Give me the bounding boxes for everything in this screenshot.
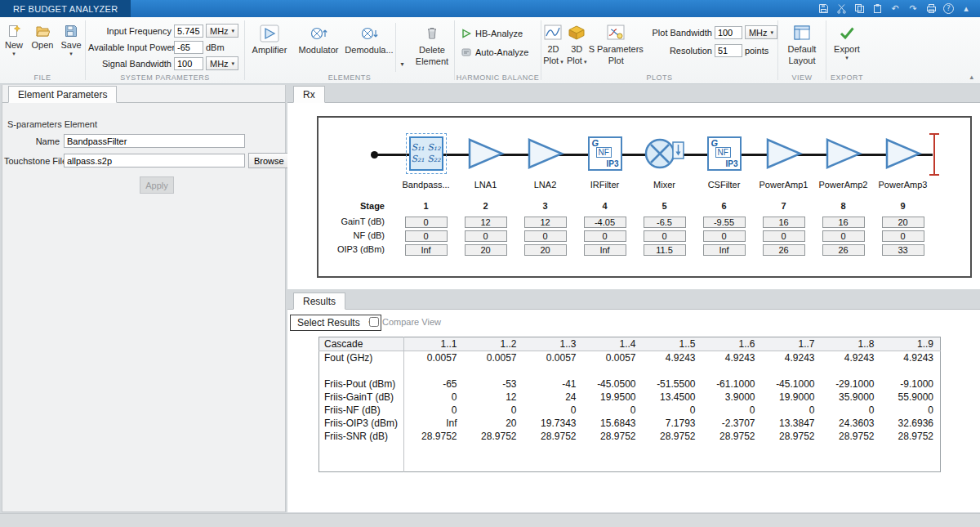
chain-element-poweramp2[interactable]: PowerAmp2 (813, 118, 873, 199)
chain-element-poweramp1[interactable]: PowerAmp1 (754, 118, 813, 199)
param-value-field[interactable]: Inf (584, 244, 626, 256)
sparams-block-icon[interactable]: S₁₁ S₁₂S₂₁ S₂₂ (409, 136, 443, 171)
open-button[interactable]: Open (29, 23, 56, 57)
apply-button[interactable]: Apply (140, 176, 174, 194)
param-value-field[interactable]: 0 (405, 217, 448, 228)
param-value-field[interactable]: 0 (882, 230, 924, 242)
resolution-field[interactable] (715, 44, 742, 57)
stage-number: 8 (813, 201, 873, 211)
amplifier-block-icon[interactable] (765, 137, 803, 170)
param-value-field[interactable]: -4.05 (584, 217, 626, 228)
param-value-field[interactable]: 0 (465, 230, 507, 242)
chain-element-lna1[interactable]: LNA1 (456, 118, 515, 199)
save-button[interactable]: Save ▾ (58, 23, 84, 57)
filter-block-icon[interactable]: GNFIP3 (707, 136, 742, 171)
param-value-field[interactable]: 26 (763, 244, 805, 256)
param-value-field[interactable]: 0 (644, 230, 686, 242)
param-value-field[interactable]: 20 (465, 244, 507, 256)
auto-analyze-button[interactable]: Auto-Analyze (461, 47, 541, 57)
param-value-field[interactable]: 0 (822, 230, 865, 242)
s-parameters-plot-button[interactable]: S Parameters Plot (589, 22, 644, 65)
caret-down-icon: ▾ (560, 59, 564, 65)
help-icon[interactable]: ? (943, 3, 954, 14)
save-icon[interactable] (817, 3, 829, 15)
param-value-field[interactable]: 0 (405, 230, 448, 242)
results-column-header: 1..9 (881, 337, 941, 351)
paste-icon[interactable] (871, 3, 883, 15)
input-frequency-unit-dropdown[interactable]: MHz▾ (206, 24, 238, 38)
redo-icon[interactable]: ↷ (907, 3, 919, 15)
export-button[interactable]: Export ▾ (828, 22, 866, 61)
plot-2d-button[interactable]: 2D Plot▾ (541, 22, 565, 65)
param-value-field[interactable]: 0 (703, 230, 746, 242)
param-value-field[interactable]: Inf (405, 244, 448, 256)
cut-icon[interactable] (835, 3, 847, 15)
chain-element-irfilter[interactable]: GNFIP3IRFilter (575, 118, 635, 199)
amplifier-block-icon[interactable] (825, 137, 862, 170)
mixer-block-icon[interactable] (643, 135, 687, 172)
amplifier-block-icon[interactable] (467, 137, 505, 170)
default-layout-button[interactable]: Default Layout (781, 22, 823, 65)
hb-analyze-button[interactable]: HB-Analyze (461, 29, 541, 38)
param-value-field[interactable]: 16 (822, 217, 865, 228)
amplifier-block-icon[interactable] (527, 137, 564, 170)
param-value-field[interactable]: Inf (703, 244, 746, 256)
collapse-ribbon-icon[interactable]: ▴ (969, 73, 973, 81)
amplifier-button[interactable]: Amplifier (245, 23, 294, 56)
new-button[interactable]: New ▾ (1, 23, 27, 57)
plot-bandwidth-field[interactable] (715, 26, 742, 39)
results-value-cell: 13.3847 (762, 417, 822, 430)
select-results-dropdown[interactable]: Select Results ▼ (290, 315, 381, 331)
signal-bandwidth-field[interactable] (174, 57, 203, 70)
undo-icon[interactable]: ↶ (889, 3, 901, 15)
signal-bandwidth-unit-dropdown[interactable]: MHz▾ (206, 56, 238, 70)
param-value-field[interactable]: 0 (524, 230, 567, 242)
app-title-tab[interactable]: RF BUDGET ANALYZER (0, 0, 131, 17)
delete-element-button[interactable]: Delete Element (412, 23, 452, 66)
param-value-field[interactable]: 0 (584, 230, 626, 242)
param-value-field[interactable]: 16 (763, 217, 805, 228)
plot-3d-button[interactable]: 3D Plot▾ (565, 22, 589, 65)
param-value-field[interactable]: 0 (763, 230, 805, 242)
chain-element-bandpass[interactable]: S₁₁ S₁₂S₂₁ S₂₂Bandpass... (396, 118, 456, 199)
compare-view-checkbox[interactable] (369, 317, 379, 327)
param-value-field[interactable]: 12 (465, 217, 507, 228)
param-value-field[interactable]: 33 (882, 244, 924, 256)
browse-button[interactable]: Browse (248, 153, 290, 168)
plot-bandwidth-unit-dropdown[interactable]: MHz▾ (745, 25, 777, 39)
stage-number: 1 (396, 201, 456, 211)
param-value-field[interactable]: 20 (882, 217, 924, 228)
stage-number: 2 (456, 201, 515, 211)
param-value-field[interactable]: 20 (524, 244, 567, 256)
param-value-field[interactable]: -6.5 (644, 217, 686, 228)
available-input-power-field[interactable] (174, 41, 203, 54)
chain-element-lna2[interactable]: LNA2 (515, 118, 575, 199)
tab-results[interactable]: Results (293, 293, 345, 310)
results-value-cell: 0.0057 (404, 351, 464, 364)
param-row-label: OIP3 (dBm) (318, 244, 396, 256)
tab-rx[interactable]: Rx (293, 86, 325, 103)
chain-element-mixer[interactable]: Mixer (635, 118, 694, 199)
compare-view-control[interactable]: Compare View (369, 317, 441, 327)
print-icon[interactable] (925, 3, 937, 15)
name-field[interactable] (64, 134, 245, 148)
modulator-button[interactable]: Modulator (294, 23, 343, 56)
chain-element-csfilter[interactable]: GNFIP3CSFilter (694, 118, 754, 199)
copy-icon[interactable] (853, 3, 865, 15)
elements-gallery-dropdown[interactable]: ▾ (395, 23, 408, 72)
param-row: OIP3 (dBm)Inf2020Inf11.5Inf262633 (318, 244, 933, 256)
filter-block-icon[interactable]: GNFIP3 (588, 136, 622, 171)
input-frequency-field[interactable] (174, 25, 203, 38)
collapse-window-icon[interactable]: ▴ (960, 3, 972, 15)
tab-element-parameters[interactable]: Element Parameters (8, 86, 117, 103)
param-value-field[interactable]: 12 (524, 217, 567, 228)
amplifier-block-icon[interactable] (884, 137, 922, 170)
param-value-field[interactable]: 11.5 (644, 244, 686, 256)
rx-tabrow: Rx (287, 85, 980, 103)
diagram-cell: 0 (873, 230, 933, 242)
demodulator-button[interactable]: Demodula... (343, 23, 395, 56)
touchstone-file-field[interactable] (64, 154, 245, 167)
param-value-field[interactable]: -9.55 (703, 217, 746, 228)
chain-element-poweramp3[interactable]: PowerAmp3 (873, 118, 933, 199)
param-value-field[interactable]: 26 (822, 244, 865, 256)
